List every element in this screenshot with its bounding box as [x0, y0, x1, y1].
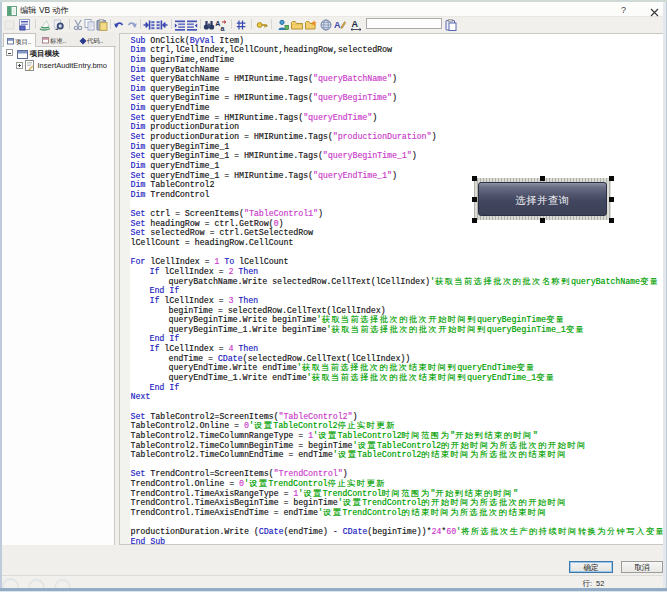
svg-text:A: A [351, 19, 358, 29]
svg-text:A: A [334, 20, 341, 30]
svg-text:a: a [220, 24, 224, 30]
svg-text:A: A [215, 19, 220, 26]
